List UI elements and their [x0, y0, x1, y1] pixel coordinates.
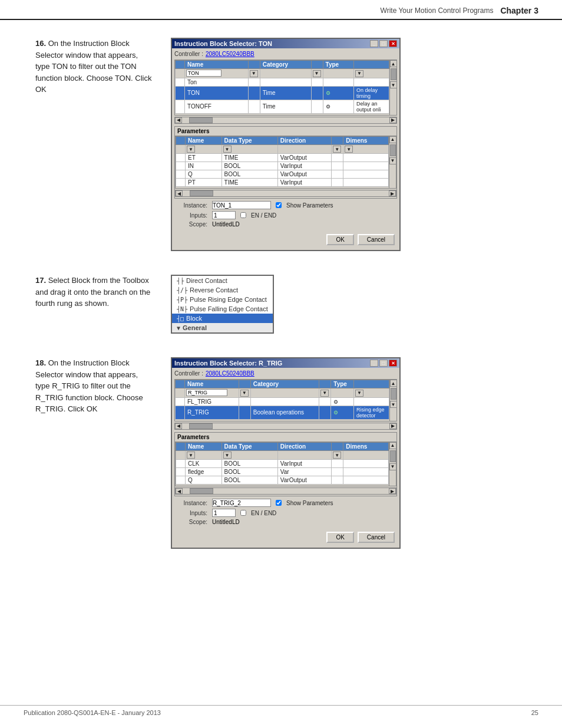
rtrig-param-dir-sort[interactable]: ▼	[333, 452, 341, 459]
rtrig-params-hscroll-right[interactable]: ▶	[389, 488, 396, 494]
rtrig-param-dtype-sort[interactable]: ▼	[223, 452, 232, 459]
params-row-et[interactable]: ET TIME VarOutput	[176, 154, 389, 162]
table-row[interactable]: Ton	[176, 78, 389, 86]
direct-contact-icon: ┤├	[177, 278, 184, 284]
params-vscroll[interactable]: ▲ ▼	[389, 136, 396, 189]
reverse-contact-label: Reverse Contact	[190, 286, 238, 294]
params-row-q[interactable]: Q BOOL VarOutput	[176, 170, 389, 179]
rtrig-minimize-button[interactable]: _	[370, 360, 378, 367]
toolbox-item-reverse-contact[interactable]: ┤/├ Reverse Contact	[172, 285, 273, 295]
rtrig-params-row-fledge[interactable]: fledge BOOL Var	[176, 468, 389, 476]
rtrig-params-hscroll-left[interactable]: ◀	[176, 488, 183, 494]
type-sort-button[interactable]: ▼	[355, 70, 363, 77]
rtrig-show-params-checkbox[interactable]	[276, 500, 282, 506]
rtrig-params-filter-row: ▼ ▼ ▼	[176, 450, 389, 460]
filter-row: ▼ ▼ ▼	[176, 69, 389, 78]
param-dtype-sort[interactable]: ▼	[223, 146, 232, 153]
toolbox-item-pulse-falling[interactable]: ┤N├ Pulse Falling Edge Contact	[172, 304, 273, 314]
pulse-rising-icon: ┤P├	[177, 297, 187, 303]
params-hscroll-thumb[interactable]	[190, 190, 213, 196]
rtrig-params-row-q[interactable]: Q BOOL VarOutput	[176, 476, 389, 485]
ok-button[interactable]: OK	[326, 234, 353, 245]
rtrig-name-filter-input[interactable]	[186, 389, 227, 396]
toolbox-item-pulse-rising[interactable]: ┤P├ Pulse Rising Edge Contact	[172, 295, 273, 304]
vscroll-thumb[interactable]	[391, 68, 396, 80]
rtrig-vscroll-thumb[interactable]	[391, 388, 396, 400]
rtrig-en-end-checkbox[interactable]	[240, 510, 246, 516]
param-name-sort[interactable]: ▼	[187, 146, 195, 153]
main-table-vscroll[interactable]: ▲ ▼	[389, 60, 396, 115]
params-vscroll-up[interactable]: ▲	[389, 136, 396, 143]
rtrig-hscroll-right[interactable]: ▶	[389, 423, 396, 429]
rtrig-name-sort[interactable]: ▼	[240, 390, 249, 397]
rtrig-hscroll-thumb[interactable]	[189, 423, 213, 429]
rtrig-vscroll-down[interactable]: ▼	[390, 401, 397, 408]
table-row[interactable]: TONOFF Time ⚙ Delay an output onli	[176, 100, 389, 113]
table-row-selected[interactable]: TON Time ⚙ On delay timing	[176, 86, 389, 100]
direct-contact-label: Direct Contact	[186, 277, 227, 284]
name-sort-button[interactable]: ▼	[250, 70, 258, 77]
toolbox-general-section[interactable]: ▼ General	[172, 323, 273, 332]
minimize-button[interactable]: _	[370, 40, 378, 47]
rtrig-params-vscroll-down[interactable]: ▼	[389, 463, 396, 470]
rtrig-param-name-sort[interactable]: ▼	[187, 452, 195, 459]
maximize-button[interactable]: □	[379, 40, 388, 47]
header-title: Write Your Motion Control Programs	[381, 6, 494, 15]
rtrig-table-row-selected[interactable]: R_TRIG Boolean operations ⚙ Rising edge …	[176, 406, 389, 419]
rtrig-params-table: Name Data Type Direction Dimens	[176, 442, 389, 485]
params-hscroll[interactable]: ◀ ▶	[175, 190, 396, 197]
rtrig-vscroll-up[interactable]: ▲	[390, 380, 397, 387]
ton-window-body: Controller : 2080LC50240BBB Name Categor…	[172, 48, 399, 250]
rtrig-params-vscroll-thumb[interactable]	[390, 450, 396, 462]
rtrig-params-hscroll[interactable]: ◀ ▶	[175, 487, 396, 495]
toolbox-item-direct-contact[interactable]: ┤├ Direct Contact	[172, 276, 273, 285]
name-filter-input[interactable]	[186, 70, 222, 77]
hscroll-thumb[interactable]	[189, 117, 213, 123]
rtrig-type-sort[interactable]: ▼	[355, 390, 363, 397]
params-hscroll-left[interactable]: ◀	[176, 190, 183, 196]
rtrig-inputs-input[interactable]	[212, 509, 236, 517]
param-dim-sort[interactable]: ▼	[345, 146, 353, 153]
params-vscroll-thumb[interactable]	[390, 144, 396, 156]
rtrig-maximize-button[interactable]: □	[379, 360, 388, 367]
controller-value[interactable]: 2080LC50240BBB	[206, 51, 254, 57]
rtrig-main-hscroll[interactable]: ◀ ▶	[174, 423, 397, 430]
rtrig-params-vscroll[interactable]: ▲ ▼	[389, 442, 396, 486]
rtrig-table-row[interactable]: FL_TRIG ⚙	[176, 397, 389, 406]
toolbox-item-block[interactable]: ┤□ Block	[172, 314, 273, 323]
rtrig-cat-sort[interactable]: ▼	[320, 390, 329, 397]
rtrig-params-table-container: Name Data Type Direction Dimens	[175, 442, 396, 487]
close-button[interactable]: ✕	[389, 40, 397, 47]
rtrig-cancel-button[interactable]: Cancel	[358, 532, 395, 543]
params-filter-row: ▼ ▼ ▼ ▼	[176, 144, 389, 154]
en-end-checkbox[interactable]	[240, 212, 246, 218]
hscroll-left[interactable]: ◀	[175, 117, 182, 123]
params-row-in[interactable]: IN BOOL VarInput	[176, 162, 389, 170]
scope-label: Scope:	[177, 221, 207, 228]
hscroll-right[interactable]: ▶	[389, 117, 396, 123]
rtrig-controller-value[interactable]: 2080LC50240BBB	[206, 370, 254, 377]
params-row-pt[interactable]: PT TIME VarInput	[176, 179, 389, 187]
rtrig-controller-label: Controller :	[174, 370, 203, 377]
toolbox-window: ┤├ Direct Contact ┤/├ Reverse Contact ┤P…	[171, 275, 274, 334]
cancel-button[interactable]: Cancel	[358, 234, 395, 245]
params-hscroll-right[interactable]: ▶	[389, 190, 396, 196]
vscroll-down[interactable]: ▼	[390, 81, 397, 88]
cat-sort-button[interactable]: ▼	[313, 70, 321, 77]
main-hscroll[interactable]: ◀ ▶	[174, 117, 397, 124]
rtrig-params-row-clk[interactable]: CLK BOOL VarInput	[176, 460, 389, 468]
rtrig-main-vscroll[interactable]: ▲ ▼	[389, 380, 396, 421]
inputs-input[interactable]	[212, 211, 236, 219]
rtrig-ok-button[interactable]: OK	[326, 532, 353, 543]
rtrig-close-button[interactable]: ✕	[389, 360, 397, 367]
rtrig-params-vscroll-up[interactable]: ▲	[389, 442, 396, 449]
rtrig-instance-input[interactable]	[212, 499, 271, 507]
param-dir-sort[interactable]: ▼	[333, 146, 341, 153]
show-params-checkbox[interactable]	[276, 202, 282, 208]
page-content: 16. On the Instruction Block Selector wi…	[0, 20, 562, 596]
instance-input[interactable]	[212, 201, 271, 209]
vscroll-up[interactable]: ▲	[390, 60, 397, 67]
rtrig-hscroll-left[interactable]: ◀	[175, 423, 182, 429]
params-vscroll-down[interactable]: ▼	[389, 157, 396, 164]
rtrig-params-hscroll-thumb[interactable]	[190, 488, 213, 494]
